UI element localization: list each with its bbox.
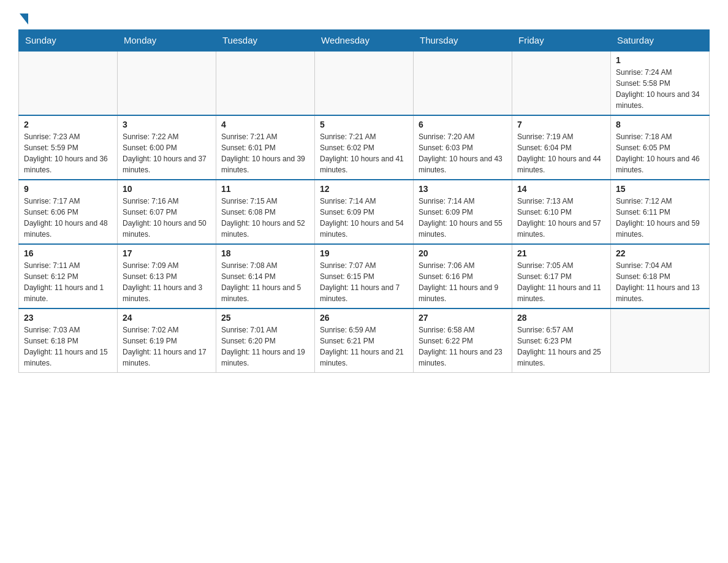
calendar-week-row: 2Sunrise: 7:23 AMSunset: 5:59 PMDaylight…: [19, 115, 710, 180]
day-info: Sunrise: 7:15 AMSunset: 6:08 PMDaylight:…: [221, 196, 309, 240]
day-number: 22: [616, 248, 704, 258]
day-info: Sunrise: 6:59 AMSunset: 6:21 PMDaylight:…: [320, 324, 408, 369]
day-info: Sunrise: 7:11 AMSunset: 6:12 PMDaylight:…: [24, 260, 112, 304]
day-number: 12: [320, 184, 408, 194]
day-of-week-header: Tuesday: [216, 30, 315, 52]
calendar-cell: 23Sunrise: 7:03 AMSunset: 6:18 PMDayligh…: [19, 308, 118, 373]
day-number: 24: [123, 313, 211, 323]
day-number: 16: [24, 248, 112, 258]
calendar-week-row: 16Sunrise: 7:11 AMSunset: 6:12 PMDayligh…: [19, 244, 710, 308]
day-number: 25: [221, 313, 309, 323]
calendar-cell: 7Sunrise: 7:19 AMSunset: 6:04 PMDaylight…: [512, 115, 611, 180]
day-info: Sunrise: 7:02 AMSunset: 6:19 PMDaylight:…: [123, 324, 211, 369]
calendar-week-row: 9Sunrise: 7:17 AMSunset: 6:06 PMDaylight…: [19, 180, 710, 244]
calendar-cell: 11Sunrise: 7:15 AMSunset: 6:08 PMDayligh…: [216, 180, 315, 244]
day-number: 15: [616, 184, 704, 194]
day-number: 3: [123, 120, 211, 129]
day-info: Sunrise: 7:13 AMSunset: 6:10 PMDaylight:…: [517, 196, 605, 240]
calendar-cell: 9Sunrise: 7:17 AMSunset: 6:06 PMDaylight…: [19, 180, 118, 244]
day-number: 28: [517, 313, 605, 323]
day-of-week-header: Thursday: [414, 30, 512, 52]
calendar-week-row: 1Sunrise: 7:24 AMSunset: 5:58 PMDaylight…: [19, 51, 710, 115]
calendar-cell: 26Sunrise: 6:59 AMSunset: 6:21 PMDayligh…: [315, 308, 414, 373]
day-number: 21: [517, 248, 605, 258]
day-number: 23: [24, 313, 112, 323]
day-of-week-header: Wednesday: [315, 30, 414, 52]
day-number: 19: [320, 248, 408, 258]
day-info: Sunrise: 7:24 AMSunset: 5:58 PMDaylight:…: [616, 67, 704, 111]
calendar-cell: 15Sunrise: 7:12 AMSunset: 6:11 PMDayligh…: [611, 180, 710, 244]
calendar-cell: 13Sunrise: 7:14 AMSunset: 6:09 PMDayligh…: [414, 180, 512, 244]
calendar-cell: [611, 308, 710, 373]
day-info: Sunrise: 7:06 AMSunset: 6:16 PMDaylight:…: [419, 260, 507, 304]
day-info: Sunrise: 7:12 AMSunset: 6:11 PMDaylight:…: [616, 196, 704, 240]
day-number: 18: [221, 248, 309, 258]
day-number: 11: [221, 184, 309, 194]
day-info: Sunrise: 7:19 AMSunset: 6:04 PMDaylight:…: [517, 131, 605, 175]
calendar-cell: 14Sunrise: 7:13 AMSunset: 6:10 PMDayligh…: [512, 180, 611, 244]
calendar-cell: 19Sunrise: 7:07 AMSunset: 6:15 PMDayligh…: [315, 244, 414, 308]
calendar-table: SundayMondayTuesdayWednesdayThursdayFrid…: [18, 29, 710, 373]
calendar-header-row: SundayMondayTuesdayWednesdayThursdayFrid…: [19, 30, 710, 52]
calendar-cell: 22Sunrise: 7:04 AMSunset: 6:18 PMDayligh…: [611, 244, 710, 308]
day-number: 9: [24, 184, 112, 194]
day-info: Sunrise: 7:04 AMSunset: 6:18 PMDaylight:…: [616, 260, 704, 304]
logo: [18, 12, 28, 23]
day-info: Sunrise: 7:23 AMSunset: 5:59 PMDaylight:…: [24, 131, 112, 175]
calendar-cell: 25Sunrise: 7:01 AMSunset: 6:20 PMDayligh…: [216, 308, 315, 373]
day-number: 7: [517, 120, 605, 129]
calendar-cell: 3Sunrise: 7:22 AMSunset: 6:00 PMDaylight…: [118, 115, 216, 180]
calendar-cell: 20Sunrise: 7:06 AMSunset: 6:16 PMDayligh…: [414, 244, 512, 308]
day-number: 27: [419, 313, 507, 323]
day-number: 20: [419, 248, 507, 258]
day-info: Sunrise: 7:03 AMSunset: 6:18 PMDaylight:…: [24, 324, 112, 369]
day-number: 6: [419, 120, 507, 129]
calendar-cell: [19, 51, 118, 115]
day-number: 1: [616, 55, 704, 65]
day-info: Sunrise: 7:09 AMSunset: 6:13 PMDaylight:…: [123, 260, 211, 304]
day-info: Sunrise: 7:14 AMSunset: 6:09 PMDaylight:…: [419, 196, 507, 240]
calendar-cell: 8Sunrise: 7:18 AMSunset: 6:05 PMDaylight…: [611, 115, 710, 180]
day-number: 5: [320, 120, 408, 129]
calendar-cell: [315, 51, 414, 115]
calendar-cell: 10Sunrise: 7:16 AMSunset: 6:07 PMDayligh…: [118, 180, 216, 244]
day-info: Sunrise: 7:07 AMSunset: 6:15 PMDaylight:…: [320, 260, 408, 304]
day-number: 14: [517, 184, 605, 194]
calendar-cell: 1Sunrise: 7:24 AMSunset: 5:58 PMDaylight…: [611, 51, 710, 115]
calendar-cell: [414, 51, 512, 115]
calendar-cell: 5Sunrise: 7:21 AMSunset: 6:02 PMDaylight…: [315, 115, 414, 180]
calendar-cell: 28Sunrise: 6:57 AMSunset: 6:23 PMDayligh…: [512, 308, 611, 373]
page-header: [18, 12, 710, 23]
day-info: Sunrise: 7:08 AMSunset: 6:14 PMDaylight:…: [221, 260, 309, 304]
day-info: Sunrise: 7:20 AMSunset: 6:03 PMDaylight:…: [419, 131, 507, 175]
calendar-cell: [512, 51, 611, 115]
calendar-cell: 21Sunrise: 7:05 AMSunset: 6:17 PMDayligh…: [512, 244, 611, 308]
day-info: Sunrise: 7:16 AMSunset: 6:07 PMDaylight:…: [123, 196, 211, 240]
calendar-cell: [216, 51, 315, 115]
day-number: 26: [320, 313, 408, 323]
day-of-week-header: Monday: [118, 30, 216, 52]
day-number: 17: [123, 248, 211, 258]
calendar-cell: 16Sunrise: 7:11 AMSunset: 6:12 PMDayligh…: [19, 244, 118, 308]
day-info: Sunrise: 7:17 AMSunset: 6:06 PMDaylight:…: [24, 196, 112, 240]
day-of-week-header: Sunday: [19, 30, 118, 52]
day-info: Sunrise: 7:21 AMSunset: 6:02 PMDaylight:…: [320, 131, 408, 175]
calendar-cell: 17Sunrise: 7:09 AMSunset: 6:13 PMDayligh…: [118, 244, 216, 308]
calendar-cell: 4Sunrise: 7:21 AMSunset: 6:01 PMDaylight…: [216, 115, 315, 180]
calendar-cell: 18Sunrise: 7:08 AMSunset: 6:14 PMDayligh…: [216, 244, 315, 308]
day-info: Sunrise: 7:18 AMSunset: 6:05 PMDaylight:…: [616, 131, 704, 175]
calendar-cell: 27Sunrise: 6:58 AMSunset: 6:22 PMDayligh…: [414, 308, 512, 373]
day-info: Sunrise: 7:01 AMSunset: 6:20 PMDaylight:…: [221, 324, 309, 369]
day-number: 10: [123, 184, 211, 194]
day-number: 8: [616, 120, 704, 129]
day-info: Sunrise: 7:21 AMSunset: 6:01 PMDaylight:…: [221, 131, 309, 175]
day-number: 2: [24, 120, 112, 129]
day-of-week-header: Saturday: [611, 30, 710, 52]
day-info: Sunrise: 6:58 AMSunset: 6:22 PMDaylight:…: [419, 324, 507, 369]
day-info: Sunrise: 7:14 AMSunset: 6:09 PMDaylight:…: [320, 196, 408, 240]
calendar-cell: 12Sunrise: 7:14 AMSunset: 6:09 PMDayligh…: [315, 180, 414, 244]
day-info: Sunrise: 7:05 AMSunset: 6:17 PMDaylight:…: [517, 260, 605, 304]
calendar-cell: 6Sunrise: 7:20 AMSunset: 6:03 PMDaylight…: [414, 115, 512, 180]
calendar-cell: [118, 51, 216, 115]
day-of-week-header: Friday: [512, 30, 611, 52]
